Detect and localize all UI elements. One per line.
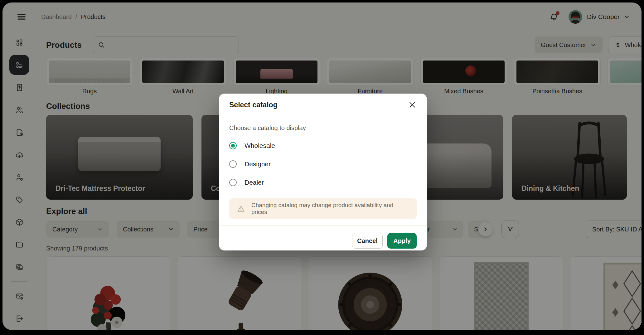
cancel-button[interactable]: Cancel [352,233,383,249]
apply-button[interactable]: Apply [387,233,417,249]
radio-selected-icon [229,142,237,149]
modal-title: Select catalog [229,101,278,109]
close-icon[interactable] [408,100,417,109]
modal-description: Choose a catalog to display [229,124,417,132]
warning-text: Changing catalog may change product avai… [251,202,409,216]
radio-unselected-icon [229,160,237,168]
warning-banner: Changing catalog may change product avai… [229,198,417,219]
app-window: Dashboard / Products Div Cooper [2,2,642,330]
radio-option-wholesale[interactable]: Wholesale [229,141,417,150]
select-catalog-modal: Select catalog Choose a catalog to displ… [219,94,427,250]
modal-body: Choose a catalog to display Wholesale De… [219,116,427,219]
radio-unselected-icon [229,179,237,186]
warning-triangle-icon [237,205,245,213]
radio-option-dealer[interactable]: Dealer [229,178,417,187]
modal-header: Select catalog [219,94,427,116]
radio-label: Designer [245,160,271,168]
radio-label: Dealer [245,179,264,186]
modal-footer: Cancel Apply [219,225,427,256]
radio-option-designer[interactable]: Designer [229,160,417,168]
radio-label: Wholesale [245,142,275,149]
